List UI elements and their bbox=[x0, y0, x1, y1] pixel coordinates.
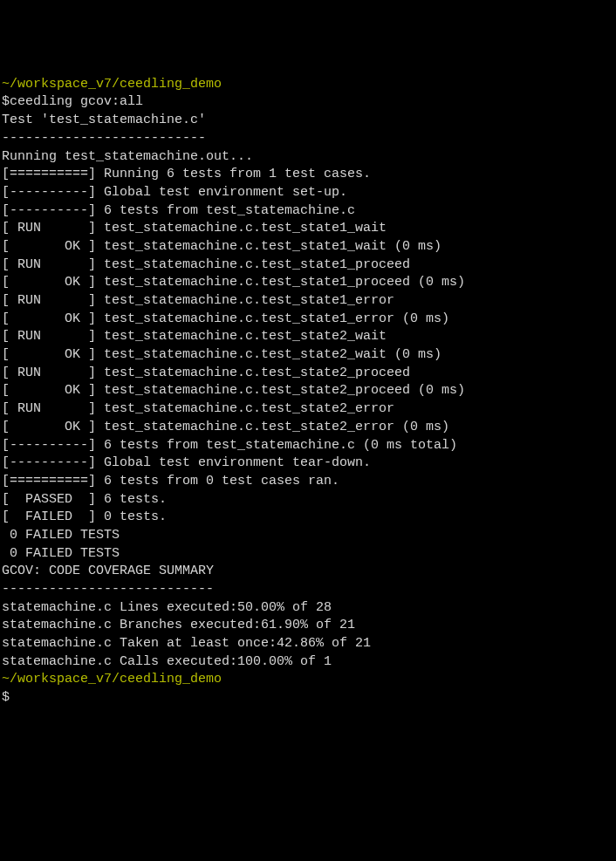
command-text: ceedling gcov:all bbox=[10, 94, 143, 109]
prompt-cursor-line[interactable]: $ bbox=[2, 689, 614, 707]
status-text: test_statemachine.c.test_state1_proceed … bbox=[96, 275, 465, 290]
status-text: test_statemachine.c.test_state2_error bbox=[96, 401, 394, 416]
test-output-line: [ RUN ] test_statemachine.c.test_state2_… bbox=[2, 365, 614, 383]
status-text: test_statemachine.c.test_state2_wait bbox=[96, 329, 387, 344]
status-tag: [ OK ] bbox=[2, 347, 96, 362]
gcov-header: GCOV: CODE COVERAGE SUMMARY bbox=[2, 563, 614, 581]
passed-text: 6 tests. bbox=[96, 492, 167, 507]
status-tag: [ RUN ] bbox=[2, 257, 96, 272]
prompt-dollar-icon: $ bbox=[2, 94, 10, 109]
gcov-line: statemachine.c Taken at least once:42.86… bbox=[2, 635, 614, 653]
status-text: test_statemachine.c.test_state2_wait (0 … bbox=[96, 347, 441, 362]
dash-divider: -------------------------- bbox=[2, 130, 614, 148]
test-output-line: [----------] 6 tests from test_statemach… bbox=[2, 437, 614, 455]
test-output-line: [ RUN ] test_statemachine.c.test_state1_… bbox=[2, 292, 614, 311]
test-output-block: [==========] Running 6 tests from 1 test… bbox=[2, 166, 614, 454]
gcov-line: statemachine.c Lines executed:50.00% of … bbox=[2, 599, 614, 618]
status-tag: [ OK ] bbox=[2, 311, 96, 326]
test-output-line: [ OK ] test_statemachine.c.test_state1_w… bbox=[2, 238, 614, 256]
status-text: test_statemachine.c.test_state2_proceed bbox=[96, 366, 410, 380]
status-text: test_statemachine.c.test_state1_wait (0 … bbox=[96, 239, 441, 254]
test-output-line: [----------] 6 tests from test_statemach… bbox=[2, 202, 614, 221]
status-text: 6 tests from test_statemachine.c bbox=[96, 203, 355, 218]
test-output-line: [ OK ] test_statemachine.c.test_state2_e… bbox=[2, 419, 614, 437]
test-output-line: [ OK ] test_statemachine.c.test_state1_e… bbox=[2, 311, 614, 329]
status-text: Global test environment set-up. bbox=[96, 185, 347, 200]
test-output-line: [==========] Running 6 tests from 1 test… bbox=[2, 166, 614, 184]
status-text: test_statemachine.c.test_state2_proceed … bbox=[96, 383, 465, 398]
status-tag: [==========] bbox=[2, 167, 96, 181]
status-text: test_statemachine.c.test_state2_error (0… bbox=[96, 420, 449, 434]
test-header: Test 'test_statemachine.c' bbox=[2, 112, 614, 130]
status-tag: [==========] bbox=[2, 474, 96, 489]
status-tag: [ RUN ] bbox=[2, 366, 96, 380]
status-tag: [ RUN ] bbox=[2, 329, 96, 344]
teardown-line: [==========] 6 tests from 0 test cases r… bbox=[2, 473, 614, 491]
status-tag: [----------] bbox=[2, 203, 96, 218]
zero-failed: 0 FAILED TESTS bbox=[2, 527, 614, 545]
test-output-line: [ RUN ] test_statemachine.c.test_state2_… bbox=[2, 400, 614, 419]
status-text: Global test environment tear-down. bbox=[96, 455, 371, 470]
status-tag: [ OK ] bbox=[2, 383, 96, 398]
failed-tag: [ FAILED ] bbox=[2, 509, 96, 524]
status-text: 6 tests from 0 test cases ran. bbox=[96, 474, 339, 489]
gcov-block: statemachine.c Lines executed:50.00% of … bbox=[2, 599, 614, 672]
status-tag: [----------] bbox=[2, 438, 96, 453]
failed-line: [ FAILED ] 0 tests. bbox=[2, 509, 614, 527]
status-text: Running 6 tests from 1 test cases. bbox=[96, 167, 371, 181]
gcov-line: statemachine.c Branches executed:61.90% … bbox=[2, 617, 614, 635]
passed-line: [ PASSED ] 6 tests. bbox=[2, 491, 614, 509]
test-output-line: [ RUN ] test_statemachine.c.test_state1_… bbox=[2, 256, 614, 275]
test-output-line: [ OK ] test_statemachine.c.test_state2_p… bbox=[2, 382, 614, 400]
failed-text: 0 tests. bbox=[96, 509, 167, 524]
test-output-line: [ RUN ] test_statemachine.c.test_state2_… bbox=[2, 328, 614, 346]
status-tag: [ RUN ] bbox=[2, 221, 96, 236]
status-text: test_statemachine.c.test_state1_proceed bbox=[96, 257, 410, 272]
teardown-block: [----------] Global test environment tea… bbox=[2, 454, 614, 490]
status-tag: [----------] bbox=[2, 455, 96, 470]
prompt-line: ~/workspace_v7/ceedling_demo bbox=[2, 671, 614, 689]
status-text: test_statemachine.c.test_state1_wait bbox=[96, 221, 387, 236]
prompt-dollar-icon: $ bbox=[2, 690, 10, 705]
status-text: test_statemachine.c.test_state1_error bbox=[96, 293, 394, 308]
zero-failed: 0 FAILED TESTS bbox=[2, 545, 614, 564]
test-output-line: [ OK ] test_statemachine.c.test_state2_w… bbox=[2, 346, 614, 365]
status-tag: [ OK ] bbox=[2, 275, 96, 290]
prompt-line: ~/workspace_v7/ceedling_demo bbox=[2, 76, 614, 94]
status-text: 6 tests from test_statemachine.c (0 ms t… bbox=[96, 438, 457, 453]
command-line: $ceedling gcov:all bbox=[2, 93, 614, 112]
prompt-path: ~/workspace_v7/ceedling_demo bbox=[2, 672, 222, 687]
dash-divider: --------------------------- bbox=[2, 581, 614, 599]
status-tag: [ RUN ] bbox=[2, 293, 96, 308]
test-output-line: [ OK ] test_statemachine.c.test_state1_p… bbox=[2, 274, 614, 292]
status-tag: [ RUN ] bbox=[2, 401, 96, 416]
test-output-line: [ RUN ] test_statemachine.c.test_state1_… bbox=[2, 220, 614, 238]
status-tag: [ OK ] bbox=[2, 239, 96, 254]
teardown-line: [----------] Global test environment tea… bbox=[2, 454, 614, 473]
test-output-line: [----------] Global test environment set… bbox=[2, 184, 614, 202]
gcov-line: statemachine.c Calls executed:100.00% of… bbox=[2, 653, 614, 672]
running-text: Running test_statemachine.out... bbox=[2, 148, 614, 167]
status-text: test_statemachine.c.test_state1_error (0… bbox=[96, 311, 449, 326]
passed-tag: [ PASSED ] bbox=[2, 492, 96, 507]
status-tag: [----------] bbox=[2, 185, 96, 200]
prompt-path: ~/workspace_v7/ceedling_demo bbox=[2, 77, 222, 92]
status-tag: [ OK ] bbox=[2, 420, 96, 434]
